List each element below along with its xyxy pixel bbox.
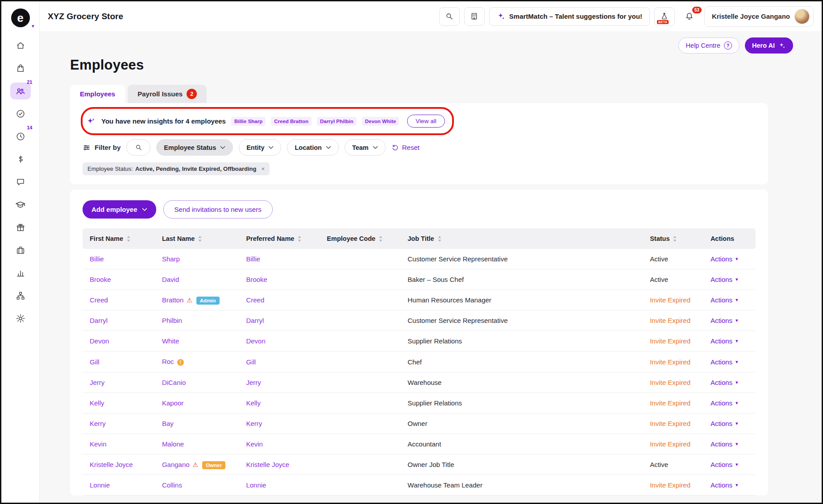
help-centre-button[interactable]: Help Centre ? <box>678 37 740 54</box>
row-actions-button[interactable]: Actions▾ <box>711 255 738 263</box>
filter-team[interactable]: Team <box>345 139 386 156</box>
user-menu[interactable]: Kristelle Joyce Gangano <box>704 6 814 27</box>
sidebar-item-payroll[interactable] <box>10 151 31 168</box>
insight-employee-chip[interactable]: Darryl Philbin <box>317 117 357 126</box>
owner-badge: Owner <box>202 461 225 469</box>
tab-employees[interactable]: Employees <box>70 85 125 103</box>
insight-employee-chip[interactable]: Devon White <box>362 117 399 126</box>
sort-icon[interactable] <box>673 235 677 242</box>
send-invitations-button[interactable]: Send invitations to new users <box>163 200 273 219</box>
row-actions-button[interactable]: Actions▾ <box>711 420 738 427</box>
employee-status-filter-chip: Employee Status: Active, Pending, Invite… <box>83 162 270 175</box>
sidebar-item-shop[interactable] <box>10 60 31 77</box>
first-name-link[interactable]: Billie <box>90 255 104 263</box>
first-name-link[interactable]: Jerry <box>90 379 104 386</box>
sort-icon[interactable] <box>126 235 131 242</box>
sidebar-item-org-chart[interactable] <box>10 287 31 304</box>
sort-icon[interactable] <box>437 235 442 242</box>
filter-search-button[interactable] <box>126 139 150 156</box>
active-filters-row: Employee Status: Active, Pending, Invite… <box>83 162 756 175</box>
hero-ai-button[interactable]: Hero AI <box>745 37 793 54</box>
preferred-name-link[interactable]: Billie <box>246 255 260 263</box>
sort-icon[interactable] <box>198 235 202 242</box>
first-name-link[interactable]: Kelly <box>90 399 104 407</box>
sidebar-item-time[interactable]: 14 <box>10 128 31 145</box>
insights-message: You have new insights for 4 employees <box>101 117 226 125</box>
preferred-name-link[interactable]: Kelly <box>246 399 261 407</box>
remove-filter-icon[interactable]: × <box>261 165 265 172</box>
view-all-button[interactable]: View all <box>407 115 445 128</box>
first-name-link[interactable]: Kerry <box>90 420 106 427</box>
row-actions-button[interactable]: Actions▾ <box>711 276 738 283</box>
filter-location[interactable]: Location <box>287 139 338 156</box>
row-actions-button[interactable]: Actions▾ <box>711 481 738 489</box>
last-name-link[interactable]: White <box>162 337 179 345</box>
first-name-link[interactable]: Devon <box>90 337 109 345</box>
sidebar-item-settings[interactable] <box>10 310 31 327</box>
sidebar-item-recruitment[interactable] <box>10 242 31 259</box>
add-employee-button[interactable]: Add employee <box>83 200 156 219</box>
sidebar-item-benefits[interactable] <box>10 219 31 236</box>
last-name-link[interactable]: Bay <box>162 420 174 427</box>
organisation-button[interactable] <box>464 7 485 26</box>
first-name-link[interactable]: Lonnie <box>90 481 110 489</box>
preferred-name-link[interactable]: Devon <box>246 337 265 345</box>
first-name-link[interactable]: Brooke <box>90 276 111 283</box>
sidebar-item-tasks[interactable] <box>10 105 31 122</box>
sidebar-item-people[interactable]: 21 <box>10 83 31 99</box>
sidebar-item-chat[interactable] <box>10 174 31 190</box>
row-actions-button[interactable]: Actions▾ <box>711 296 738 304</box>
tab-label: Payroll Issues <box>137 90 183 98</box>
row-actions-button[interactable]: Actions▾ <box>711 461 738 468</box>
preferred-name-link[interactable]: Kerry <box>246 420 262 427</box>
preferred-name-link[interactable]: Creed <box>246 296 264 304</box>
labs-button[interactable]: BETA <box>654 7 675 26</box>
row-actions-button[interactable]: Actions▾ <box>711 399 738 407</box>
last-name-link[interactable]: Philbin <box>162 317 182 324</box>
preferred-name-link[interactable]: Kevin <box>246 440 263 448</box>
chevron-down-icon: ▾ <box>736 256 738 262</box>
last-name-link[interactable]: Kapoor <box>162 399 183 407</box>
job-title-cell: Owner <box>402 413 644 434</box>
insight-employee-chip[interactable]: Creed Bratton <box>271 117 312 126</box>
smartmatch-button[interactable]: SmartMatch – Talent suggestions for you! <box>489 7 650 26</box>
filter-employee-status[interactable]: Employee Status <box>156 139 233 156</box>
first-name-link[interactable]: Darryl <box>90 317 108 324</box>
row-actions-button[interactable]: Actions▾ <box>711 379 738 386</box>
sort-icon[interactable] <box>297 235 302 242</box>
last-name-link[interactable]: Malone <box>162 440 184 448</box>
row-actions-button[interactable]: Actions▾ <box>711 358 738 366</box>
row-actions-button[interactable]: Actions▾ <box>711 337 738 345</box>
last-name-link[interactable]: Bratton <box>162 296 183 304</box>
sort-icon[interactable] <box>378 235 383 242</box>
filter-entity[interactable]: Entity <box>239 139 281 156</box>
first-name-link[interactable]: Kristelle Joyce <box>90 461 133 468</box>
reset-filters-button[interactable]: Reset <box>391 144 420 151</box>
last-name-link[interactable]: DiCanio <box>162 379 186 386</box>
preferred-name-link[interactable]: Jerry <box>246 379 261 386</box>
first-name-link[interactable]: Creed <box>90 296 108 304</box>
search-button[interactable] <box>439 7 460 26</box>
app-logo[interactable]: e ▾ <box>11 8 30 27</box>
last-name-link[interactable]: David <box>162 276 179 283</box>
row-actions-button[interactable]: Actions▾ <box>711 317 738 324</box>
last-name-link[interactable]: Gangano <box>162 461 190 468</box>
tab-payroll-issues[interactable]: Payroll Issues 2 <box>128 85 207 103</box>
sidebar-item-reports[interactable] <box>10 264 31 281</box>
preferred-name-link[interactable]: Brooke <box>246 276 267 283</box>
first-name-link[interactable]: Gill <box>90 358 100 366</box>
sidebar-item-home[interactable] <box>10 37 31 54</box>
filter-by-label: Filter by <box>83 144 121 152</box>
preferred-name-link[interactable]: Darryl <box>246 317 264 324</box>
preferred-name-link[interactable]: Kristelle Joyce <box>246 461 289 468</box>
sidebar-item-learning[interactable] <box>10 196 31 213</box>
last-name-link[interactable]: Collins <box>162 481 182 489</box>
preferred-name-link[interactable]: Lonnie <box>246 481 266 489</box>
first-name-link[interactable]: Kevin <box>90 440 107 448</box>
last-name-link[interactable]: Roc <box>162 358 174 365</box>
preferred-name-link[interactable]: Gill <box>246 358 256 366</box>
insight-employee-chip[interactable]: Billie Sharp <box>231 117 266 126</box>
last-name-link[interactable]: Sharp <box>162 255 180 263</box>
notifications-button[interactable]: 53 <box>679 7 700 26</box>
row-actions-button[interactable]: Actions▾ <box>711 440 738 448</box>
